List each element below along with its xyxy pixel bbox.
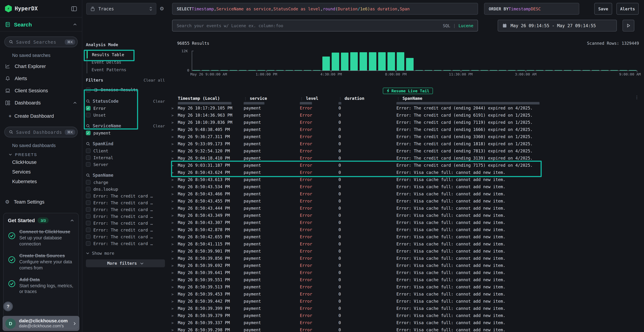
expand-row-icon[interactable]: > [170, 278, 176, 282]
column-header-spanname[interactable]: ⋮SpanName [396, 96, 644, 101]
analysis-mode-event-patterns[interactable]: Event Patterns [86, 66, 165, 73]
show-more-link[interactable]: Show more [86, 251, 165, 256]
histogram-bar[interactable] [369, 52, 376, 70]
expand-row-icon[interactable]: > [170, 220, 176, 224]
table-row[interactable]: >May 26 8:50:43.613 PMpaymentError0Error… [170, 176, 644, 183]
sidebar-item-dashboards[interactable]: Dashboards [0, 96, 82, 109]
histogram-bar[interactable] [462, 70, 469, 70]
filter-option[interactable]: Error: The credit card … [86, 199, 165, 206]
histogram-bar[interactable] [536, 70, 544, 70]
histogram-bar[interactable] [499, 70, 506, 70]
sidebar-item-services[interactable]: Services [0, 167, 82, 177]
expand-row-icon[interactable]: > [170, 306, 176, 310]
expand-row-icon[interactable]: > [170, 163, 176, 167]
histogram-bar[interactable] [285, 70, 293, 70]
histogram-bar[interactable] [452, 70, 460, 70]
filter-option[interactable]: Error: The credit card … [86, 240, 165, 247]
checkbox[interactable] [86, 180, 90, 184]
expand-row-icon[interactable]: > [170, 271, 176, 274]
table-row[interactable]: >May 26 8:50:43.349 PMpaymentError0Error… [170, 212, 644, 219]
histogram-bar[interactable] [443, 70, 450, 70]
table-row[interactable]: >May 26 8:50:39.513 PMpaymentError0Error… [170, 283, 644, 290]
histogram-bar[interactable] [554, 70, 562, 70]
sidebar-item-team-settings[interactable]: ⚙ Team Settings [0, 196, 82, 208]
filter-option[interactable]: Error: The credit card … [86, 192, 165, 199]
histogram-bar[interactable] [610, 70, 618, 70]
checkbox[interactable]: ✓ [86, 130, 90, 135]
filter-option[interactable]: Error: The credit card … [86, 226, 165, 233]
table-row[interactable]: >May 26 8:50:43.534 PMpaymentError0Error… [170, 183, 644, 190]
expand-row-icon[interactable]: > [170, 264, 176, 268]
create-dashboard-button[interactable]: + Create Dashboard [0, 110, 82, 122]
column-drag-handle[interactable]: ⋮ [300, 96, 303, 100]
checkbox[interactable] [86, 200, 90, 205]
table-options-icon[interactable]: ⋮ [635, 95, 639, 100]
histogram-bar[interactable] [239, 70, 246, 70]
histogram-bar[interactable] [601, 70, 608, 70]
column-drag-handle[interactable]: ⋮ [396, 96, 400, 100]
histogram-bar[interactable] [573, 70, 581, 70]
histogram-bar[interactable] [341, 52, 349, 70]
filter-option[interactable]: Client [86, 148, 165, 154]
lang-toggle-sql[interactable]: SQL [443, 23, 450, 28]
checkbox[interactable] [86, 194, 90, 198]
expand-row-icon[interactable]: > [170, 178, 176, 182]
histogram-bar[interactable] [592, 70, 599, 70]
histogram-bar[interactable] [471, 70, 478, 70]
histogram-bar[interactable] [258, 70, 265, 70]
expand-row-icon[interactable]: > [170, 235, 176, 239]
histogram-bar[interactable] [276, 70, 284, 70]
sql-orderby-input[interactable]: ORDER BY Timestamp DESC [484, 3, 579, 15]
checkbox[interactable] [86, 148, 90, 153]
histogram-bar[interactable] [192, 70, 200, 70]
sidebar-item-kubernetes[interactable]: Kubernetes [0, 177, 82, 186]
save-button[interactable]: Save [594, 3, 612, 15]
table-row[interactable]: >May 26 9:03:31.187 PMpaymentError0Error… [170, 162, 644, 169]
table-row[interactable]: >May 26 8:50:43.624 PMpaymentError0Error… [170, 169, 644, 176]
filter-option[interactable]: Error: The credit card … [86, 233, 165, 240]
chevron-up-icon[interactable] [73, 22, 77, 26]
checkbox[interactable] [86, 234, 90, 239]
histogram-bar[interactable] [360, 52, 367, 70]
histogram-bar[interactable] [508, 70, 516, 70]
search-input[interactable] [177, 23, 439, 28]
histogram-bar[interactable] [480, 70, 488, 70]
checkbox[interactable] [86, 162, 90, 167]
expand-row-icon[interactable]: > [170, 156, 176, 160]
checkbox[interactable] [86, 207, 90, 212]
expand-row-icon[interactable]: > [170, 170, 176, 174]
expand-row-icon[interactable]: > [170, 314, 176, 318]
histogram-bar[interactable] [350, 52, 358, 70]
date-range-picker[interactable]: May 26 09:14:55 - May 27 09:14:55 [498, 20, 617, 32]
resume-live-tail-button[interactable]: Resume Live Tail [383, 88, 433, 94]
histogram-bar[interactable] [211, 70, 218, 70]
help-button[interactable]: ? [3, 302, 13, 311]
histogram-bar[interactable] [313, 70, 321, 70]
table-row[interactable]: >May 26 8:50:39.442 PMpaymentError0Error… [170, 298, 644, 305]
checkbox[interactable] [86, 221, 90, 226]
table-row[interactable]: >May 26 8:50:39.298 PMpaymentError0Error… [170, 326, 644, 332]
get-started-step[interactable]: Connect to ClickHouse Set up your databa… [8, 229, 74, 247]
expand-row-icon[interactable]: > [170, 285, 176, 289]
checkbox[interactable]: ✓ [86, 106, 90, 110]
denoise-checkbox[interactable] [86, 88, 90, 92]
analysis-mode-results-table[interactable]: Results Table [86, 51, 165, 58]
checkbox[interactable] [86, 155, 90, 160]
filter-option[interactable]: ✓Error [86, 105, 165, 112]
expand-row-icon[interactable]: > [170, 128, 176, 132]
histogram-bar[interactable] [564, 70, 571, 70]
table-row[interactable]: >May 26 9:32:54.120 PMpaymentError0Error… [170, 148, 644, 154]
table-row[interactable]: >May 26 9:48:38.405 PMpaymentError0Error… [170, 126, 644, 133]
expand-row-icon[interactable]: > [170, 120, 176, 124]
results-histogram[interactable]: 12K 0 May 26 9:00:00 AM1:00:00 PM4:30:00… [192, 51, 637, 71]
histogram-bar[interactable] [620, 70, 627, 70]
histogram-bar[interactable] [378, 52, 386, 70]
sidebar-item-clickhouse[interactable]: ClickHouse [0, 158, 82, 167]
filter-option[interactable]: ✓payment [86, 130, 165, 136]
checkbox[interactable] [86, 214, 90, 218]
more-filters-button[interactable]: More filters [86, 260, 165, 267]
run-query-button[interactable] [622, 20, 634, 32]
expand-row-icon[interactable]: > [170, 214, 176, 217]
clear-filter-link[interactable]: Clear [153, 124, 165, 128]
histogram-bar[interactable] [267, 70, 274, 70]
